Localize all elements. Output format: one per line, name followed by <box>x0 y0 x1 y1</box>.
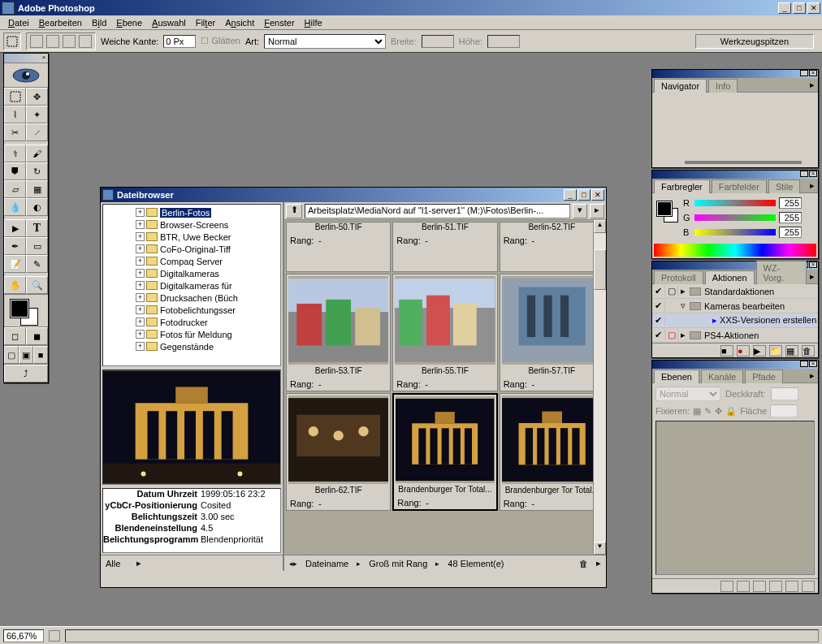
tab-farbfelder[interactable]: Farbfelder <box>712 179 767 193</box>
shape-tool[interactable]: ▭ <box>26 237 48 255</box>
active-tool-icon[interactable] <box>3 32 21 50</box>
wand-tool[interactable]: ✦ <box>26 106 48 123</box>
thumbnail[interactable]: Berlin-62.TIFRang: - <box>286 393 391 511</box>
newlayer-button[interactable] <box>785 581 798 592</box>
marquee-tool[interactable] <box>4 88 26 106</box>
thumbnail[interactable]: Berlin-52.TIFRang: - <box>500 222 604 272</box>
thumbnail[interactable]: Berlin-50.TIFRang: - <box>286 222 391 272</box>
panel-close-icon[interactable]: × <box>809 261 817 268</box>
r-slider[interactable] <box>694 200 776 206</box>
tab-ebenen[interactable]: Ebenen <box>654 370 699 383</box>
pen-tool[interactable]: ✒ <box>4 237 26 255</box>
g-value[interactable] <box>779 212 802 223</box>
zoom-tool[interactable]: 🔍 <box>26 276 48 294</box>
menu-ansicht[interactable]: Ansicht <box>220 17 259 28</box>
action-row[interactable]: ✔▢▸PS4-Aktionen <box>652 328 818 343</box>
new-set-button[interactable]: 📁 <box>769 345 782 357</box>
close-button[interactable]: ✕ <box>807 2 820 14</box>
crop-tool[interactable]: ✂ <box>4 123 26 141</box>
tree-item[interactable]: +Digitalkameras für <box>103 279 280 292</box>
tree-item[interactable]: +Gegenstände <box>103 340 280 352</box>
tab-wzvorg[interactable]: WZ-Vorg. <box>756 261 807 284</box>
move-tool[interactable]: ✥ <box>26 88 48 106</box>
tab-stile[interactable]: Stile <box>768 179 800 193</box>
tree-item[interactable]: +Fotodrucker <box>103 316 280 328</box>
doc-info-icon[interactable] <box>49 630 60 642</box>
tree-item[interactable]: +Fotos für Meldung <box>103 328 280 340</box>
up-folder-button[interactable]: ⬆ <box>286 204 302 218</box>
eyedropper-tool[interactable]: ✎ <box>26 255 48 273</box>
tree-item[interactable]: +Fotobelichtungsser <box>103 304 280 316</box>
type-tool[interactable]: T <box>26 219 48 237</box>
fb-menu-icon[interactable]: ▸ <box>596 558 601 568</box>
stop-button[interactable]: ■ <box>720 345 733 357</box>
b-slider[interactable] <box>694 229 776 236</box>
scroll-thumb[interactable] <box>594 249 606 290</box>
menu-datei[interactable]: Datei <box>3 17 34 28</box>
screen-full-button[interactable]: ■ <box>33 346 48 364</box>
panel-min-icon[interactable]: _ <box>800 70 808 76</box>
panel-close-icon[interactable]: × <box>809 70 817 76</box>
tree-item[interactable]: +Drucksachen (Büch <box>103 292 280 304</box>
filter-label[interactable]: Alle <box>106 559 120 568</box>
tab-protokoll[interactable]: Protokoll <box>654 270 703 284</box>
panel-min-icon[interactable]: _ <box>800 361 808 367</box>
panel-menu-icon[interactable]: ▸ <box>807 270 818 283</box>
fb-trash-icon[interactable]: 🗑 <box>579 559 588 568</box>
thumbnail-selected[interactable]: Brandenburger Tor Total...Rang: - <box>392 393 497 511</box>
brushes-palette-button[interactable]: Werkzeugspitzen <box>695 34 814 49</box>
adjust-button[interactable] <box>769 581 782 592</box>
tab-aktionen[interactable]: Aktionen <box>705 270 755 284</box>
thumbnail[interactable]: Berlin-51.TIFRang: - <box>392 222 497 272</box>
scroll-down-button[interactable]: ▼ <box>594 542 606 555</box>
panel-min-icon[interactable]: _ <box>800 171 808 177</box>
zoom-field[interactable]: 66,67% <box>3 629 44 642</box>
sel-add-button[interactable] <box>46 35 59 48</box>
antialias-checkbox[interactable]: ☐ Glätten <box>201 36 240 46</box>
thumbs-scrollbar[interactable]: ▲ ▼ <box>593 220 606 555</box>
color-wells[interactable] <box>4 294 48 326</box>
thumbnail[interactable]: Brandenburger Tor Total...Rang: - <box>500 393 604 511</box>
fg-color-well[interactable] <box>11 300 28 318</box>
panel-menu-icon[interactable]: ▸ <box>807 369 818 383</box>
panel-menu-icon[interactable]: ▸ <box>807 78 818 92</box>
spectrum-ramp[interactable] <box>654 244 816 257</box>
panel-menu-icon[interactable]: ▸ <box>807 179 818 192</box>
slice-tool[interactable]: ⟋ <box>26 123 48 141</box>
healing-tool[interactable]: ⚕ <box>4 145 26 162</box>
sel-new-button[interactable] <box>30 35 43 48</box>
r-value[interactable] <box>779 197 802 209</box>
tree-item[interactable]: +Compaq Server <box>103 255 280 267</box>
menu-fenster[interactable]: Fenster <box>259 17 299 28</box>
history-brush-tool[interactable]: ↻ <box>26 162 48 180</box>
minimize-button[interactable]: _ <box>778 2 791 14</box>
jump-to-button[interactable]: ⤴ <box>4 365 48 383</box>
fb-min-button[interactable]: _ <box>564 189 577 201</box>
notes-tool[interactable]: 📝 <box>4 255 26 273</box>
tree-item[interactable]: +Berlin-Fotos <box>103 206 280 218</box>
thumbnail[interactable]: Berlin-53.TIFRang: - <box>286 274 391 391</box>
sel-sub-button[interactable] <box>63 35 76 48</box>
action-row[interactable]: ✔▿Kameras bearbeiten <box>652 299 818 313</box>
screen-full-menu-button[interactable]: ▣ <box>19 346 33 364</box>
style-select[interactable]: Normal <box>264 34 386 49</box>
g-slider[interactable] <box>694 214 776 221</box>
brush-tool[interactable]: 🖌 <box>26 145 48 162</box>
panel-close-icon[interactable]: × <box>809 171 817 177</box>
newset-button[interactable] <box>753 581 766 592</box>
fb-max-button[interactable]: □ <box>578 189 591 201</box>
menu-bearbeiten[interactable]: Bearbeiten <box>34 17 87 28</box>
new-action-button[interactable]: ▦ <box>785 345 798 357</box>
menu-filter[interactable]: Filter <box>191 17 220 28</box>
lasso-tool[interactable]: ⌇ <box>4 106 26 123</box>
action-row[interactable]: ✔▢▸Standardaktionen <box>652 284 818 299</box>
quickmask-mode-button[interactable]: ◼ <box>26 327 48 345</box>
maximize-button[interactable]: □ <box>793 2 806 14</box>
menu-bild[interactable]: Bild <box>87 17 111 28</box>
panel-close-icon[interactable]: × <box>809 361 817 367</box>
blur-tool[interactable]: 💧 <box>4 198 26 216</box>
play-button[interactable]: ▶ <box>753 345 766 357</box>
fb-close-button[interactable]: ✕ <box>591 189 604 201</box>
tree-item[interactable]: +BTR, Uwe Becker <box>103 231 280 243</box>
thumbnail[interactable]: Berlin-57.TIFRang: - <box>500 274 604 391</box>
